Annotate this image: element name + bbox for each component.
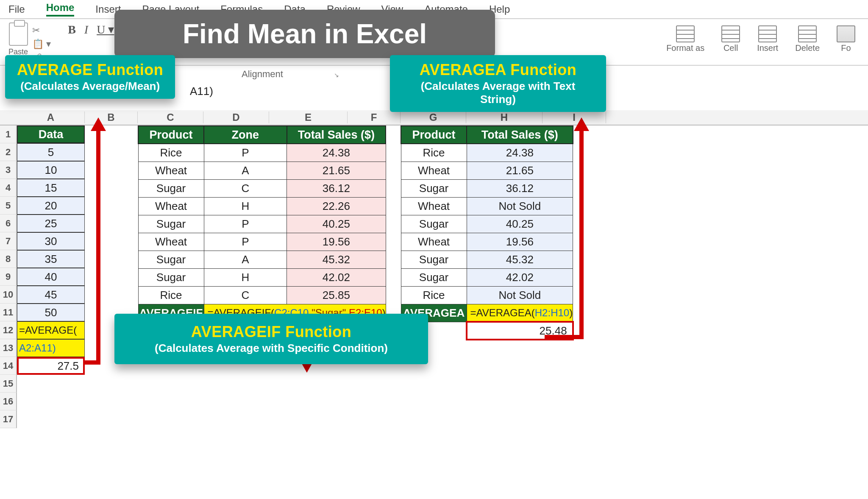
tableG-prod-3[interactable]: Wheat [401, 197, 467, 215]
tableC-sales-4[interactable]: 40.25 [287, 215, 386, 233]
row-17[interactable]: 17 [0, 410, 17, 428]
row-6[interactable]: 6 [0, 215, 17, 232]
row-12[interactable]: 12 [0, 321, 17, 339]
row-2[interactable]: 2 [0, 143, 17, 161]
tableC-prod-4[interactable]: Sugar [138, 215, 204, 233]
tableG-prod-2[interactable]: Sugar [401, 179, 467, 197]
tableA-cell-11[interactable]: 50 [17, 304, 85, 321]
col-D[interactable]: D [203, 112, 269, 123]
tableC-prod-6[interactable]: Sugar [138, 251, 204, 268]
tableG-prod-0[interactable]: Rice [401, 144, 467, 162]
tableC-zone-3[interactable]: H [204, 197, 287, 215]
row-9[interactable]: 9 [0, 268, 17, 286]
row-3[interactable]: 3 [0, 161, 17, 179]
cut-icon[interactable]: ✂ [32, 25, 51, 36]
tableG-sales-8[interactable]: Not Sold [467, 286, 573, 304]
tableG-prod-4[interactable]: Sugar [401, 215, 467, 233]
tableA-cell-6[interactable]: 25 [17, 215, 85, 232]
col-A[interactable]: A [17, 112, 85, 123]
tableG-prod-8[interactable]: Rice [401, 286, 467, 304]
cell-styles-button[interactable]: Cell [721, 25, 740, 53]
tableC-hdr-zone[interactable]: Zone [204, 126, 287, 144]
tableC-zone-1[interactable]: A [204, 162, 287, 179]
tableC-zone-0[interactable]: P [204, 144, 287, 162]
row-11[interactable]: 11 [0, 304, 17, 321]
italic-button[interactable]: I [84, 23, 88, 36]
tableC-prod-0[interactable]: Rice [138, 144, 204, 162]
col-G[interactable]: G [401, 112, 466, 123]
row-16[interactable]: 16 [0, 393, 17, 410]
tableG-hdr-product[interactable]: Product [401, 126, 467, 144]
tableG-sales-4[interactable]: 40.25 [467, 215, 573, 233]
tableC-prod-1[interactable]: Wheat [138, 162, 204, 179]
tableC-prod-5[interactable]: Wheat [138, 233, 204, 251]
row-7[interactable]: 7 [0, 232, 17, 250]
tableC-sales-0[interactable]: 24.38 [287, 144, 386, 162]
tableC-zone-2[interactable]: C [204, 179, 287, 197]
format-cells-button[interactable]: Fo [837, 25, 855, 53]
format-as-table-button[interactable]: Format as [666, 25, 704, 53]
tableG-sales-5[interactable]: 19.56 [467, 233, 573, 251]
paste-group[interactable]: Paste [8, 22, 28, 56]
tableC-sales-5[interactable]: 19.56 [287, 233, 386, 251]
row-8[interactable]: 8 [0, 250, 17, 268]
row-15[interactable]: 15 [0, 375, 17, 393]
tableC-zone-5[interactable]: P [204, 233, 287, 251]
tableC-sales-3[interactable]: 22.26 [287, 197, 386, 215]
tableC-zone-6[interactable]: A [204, 251, 287, 268]
tableA-cell-4[interactable]: 15 [17, 179, 85, 197]
tableC-sales-1[interactable]: 21.65 [287, 162, 386, 179]
tableC-prod-7[interactable]: Sugar [138, 268, 204, 286]
tableC-prod-3[interactable]: Wheat [138, 197, 204, 215]
tableG-sales-3[interactable]: Not Sold [467, 197, 573, 215]
tableA-cell-5[interactable]: 20 [17, 197, 85, 215]
tableC-hdr-product[interactable]: Product [138, 126, 204, 144]
col-F[interactable]: F [348, 112, 401, 123]
menu-home[interactable]: Home [46, 2, 75, 17]
tableG-hdr-sales[interactable]: Total Sales ($) [467, 126, 573, 144]
tableG-formula[interactable]: =AVERAGEA(H2:H10) [467, 304, 573, 322]
tableA-cell-10[interactable]: 45 [17, 286, 85, 304]
dialog-launcher-icon[interactable]: ↘ [334, 72, 339, 78]
tableA-cell-9[interactable]: 40 [17, 268, 85, 286]
row-1[interactable]: 1 [0, 125, 17, 143]
row-4[interactable]: 4 [0, 179, 17, 197]
tableC-hdr-sales[interactable]: Total Sales ($) [287, 126, 386, 144]
formula-bar-fragment[interactable]: A11) [190, 85, 213, 98]
row-14[interactable]: 14 [0, 357, 17, 375]
tableG-sales-2[interactable]: 36.12 [467, 179, 573, 197]
tableG-sales-7[interactable]: 42.02 [467, 268, 573, 286]
bold-button[interactable]: B [68, 23, 76, 36]
tableG-sales-6[interactable]: 45.32 [467, 251, 573, 268]
row-5[interactable]: 5 [0, 197, 17, 215]
tableA-cell-2[interactable]: 5 [17, 143, 85, 161]
row-10[interactable]: 10 [0, 286, 17, 304]
tableC-zone-7[interactable]: H [204, 268, 287, 286]
tableA-cell-3[interactable]: 10 [17, 161, 85, 179]
tableG-prod-1[interactable]: Wheat [401, 162, 467, 179]
tableC-zone-4[interactable]: P [204, 215, 287, 233]
tableA-formula-line2[interactable]: A2:A11) [17, 339, 85, 357]
tableC-sales-2[interactable]: 36.12 [287, 179, 386, 197]
copy-icon[interactable]: 📋 ▾ [32, 39, 51, 50]
col-E[interactable]: E [269, 112, 348, 123]
tableG-prod-6[interactable]: Sugar [401, 251, 467, 268]
tableG-sales-1[interactable]: 21.65 [467, 162, 573, 179]
tableC-sales-6[interactable]: 45.32 [287, 251, 386, 268]
col-C[interactable]: C [138, 112, 203, 123]
tableA-cell-7[interactable]: 30 [17, 232, 85, 250]
tableC-prod-2[interactable]: Sugar [138, 179, 204, 197]
insert-cells-button[interactable]: Insert [757, 25, 778, 53]
underline-button[interactable]: U ▾ [97, 22, 114, 36]
tableG-sales-0[interactable]: 24.38 [467, 144, 573, 162]
tableC-sales-8[interactable]: 25.85 [287, 286, 386, 304]
delete-cells-button[interactable]: Delete [795, 25, 820, 53]
tableG-prod-7[interactable]: Sugar [401, 268, 467, 286]
col-H[interactable]: H [466, 112, 542, 123]
menu-file[interactable]: File [8, 3, 25, 15]
row-13[interactable]: 13 [0, 339, 17, 357]
tableC-sales-7[interactable]: 42.02 [287, 268, 386, 286]
tableA-formula-line1[interactable]: =AVERAGE( [17, 321, 85, 339]
tableA-result[interactable]: 27.5 [17, 357, 85, 375]
tableC-zone-8[interactable]: C [204, 286, 287, 304]
